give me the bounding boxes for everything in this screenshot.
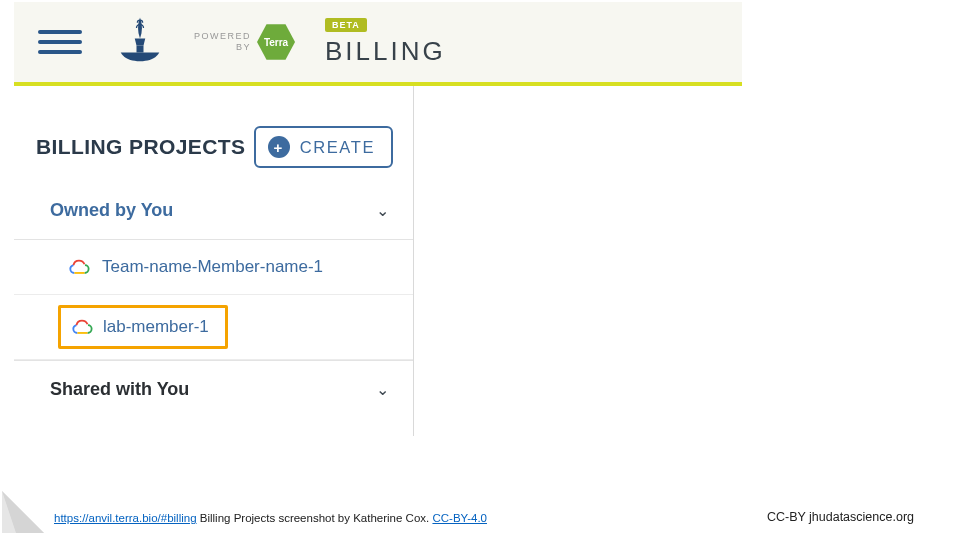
shared-with-you-section[interactable]: Shared with You ⌄: [14, 360, 413, 418]
menu-button[interactable]: [38, 30, 82, 54]
attribution-text: https://anvil.terra.bio/#billing Billing…: [54, 512, 487, 524]
highlight-callout: lab-member-1: [58, 305, 228, 349]
owned-label: Owned by You: [50, 200, 173, 221]
create-button[interactable]: + CREATE: [254, 126, 393, 168]
topbar: POWERED BY Terra BETA BILLING: [14, 2, 742, 86]
chevron-down-icon: ⌄: [376, 201, 389, 220]
sidebar-header: BILLING PROJECTS + CREATE: [14, 86, 413, 182]
project-name: Team-name-Member-name-1: [102, 257, 323, 277]
page-title: BILLING: [325, 36, 446, 67]
google-cloud-icon: [71, 316, 93, 338]
anvil-logo: [112, 14, 168, 70]
sidebar-title: BILLING PROJECTS: [36, 135, 245, 159]
footer-credit: CC-BY jhudatascience.org: [767, 510, 914, 524]
chevron-down-icon: ⌄: [376, 380, 389, 399]
terra-badge-icon: Terra: [257, 23, 295, 61]
owned-by-you-section[interactable]: Owned by You ⌄: [14, 182, 413, 240]
billing-project-item[interactable]: lab-member-1: [14, 295, 413, 360]
attribution-url[interactable]: https://anvil.terra.bio/#billing: [54, 512, 197, 524]
powered-by-label: POWERED BY: [194, 31, 251, 53]
app-frame: POWERED BY Terra BETA BILLING BILLING PR…: [14, 2, 742, 440]
billing-sidebar: BILLING PROJECTS + CREATE Owned by You ⌄…: [14, 86, 414, 436]
svg-rect-0: [137, 46, 144, 53]
create-button-label: CREATE: [300, 138, 375, 157]
powered-by-terra: POWERED BY Terra: [194, 23, 295, 61]
plus-icon: +: [268, 136, 290, 158]
dog-ear-icon: [2, 491, 44, 533]
billing-project-item[interactable]: Team-name-Member-name-1: [14, 240, 413, 295]
beta-badge: BETA: [325, 18, 367, 32]
page-heading: BETA BILLING: [325, 18, 446, 67]
project-name: lab-member-1: [103, 317, 209, 337]
google-cloud-icon: [68, 256, 90, 278]
body: BILLING PROJECTS + CREATE Owned by You ⌄…: [14, 86, 742, 436]
attribution-license[interactable]: CC-BY-4.0: [432, 512, 487, 524]
anvil-icon: [112, 14, 168, 70]
shared-label: Shared with You: [50, 379, 189, 400]
